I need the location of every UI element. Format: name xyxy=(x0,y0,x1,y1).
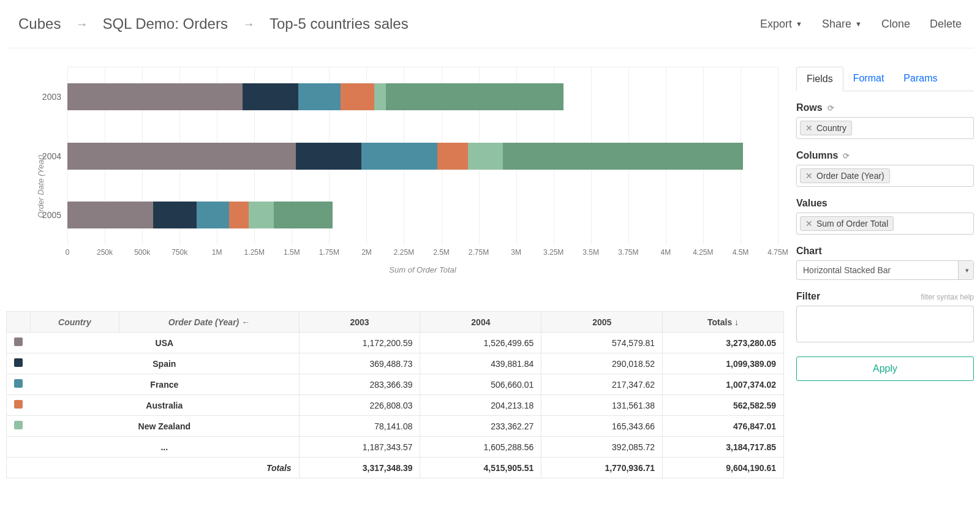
cell-value: 204,213.18 xyxy=(420,395,541,416)
row-swatch xyxy=(7,437,31,458)
remove-icon[interactable]: ✕ xyxy=(805,124,813,132)
row-swatch xyxy=(7,395,31,416)
pivot-table: Country Order Date (Year) ← 2003 2004 20… xyxy=(6,311,784,478)
apply-button[interactable]: Apply xyxy=(796,356,974,381)
filter-input[interactable] xyxy=(796,306,974,342)
xtick: 3.5M xyxy=(582,248,599,257)
chart-row-label: 2005 xyxy=(31,210,61,220)
row-swatch xyxy=(7,416,31,437)
tab-fields[interactable]: Fields xyxy=(796,67,843,91)
cell-value: 506,660.01 xyxy=(420,374,541,395)
rows-box[interactable]: ✕ Country xyxy=(796,117,974,139)
col-2004[interactable]: 2004 xyxy=(420,312,541,333)
xtick: 4.5M xyxy=(733,248,749,257)
cell-total: 3,273,280.05 xyxy=(663,333,784,353)
stacked-bar[interactable] xyxy=(67,143,778,170)
columns-label: Columns ⟳ xyxy=(796,150,974,161)
bar-segment[interactable] xyxy=(341,83,374,110)
xtick: 750k xyxy=(172,248,187,257)
table-row[interactable]: New Zealand78,141.08233,362.27165,343.66… xyxy=(7,416,784,437)
col-2003[interactable]: 2003 xyxy=(299,312,420,333)
share-button[interactable]: Share▼ xyxy=(822,18,862,31)
bar-segment[interactable] xyxy=(229,202,249,228)
breadcrumb-root[interactable]: Cubes xyxy=(18,15,61,32)
cell-value: 226,808.03 xyxy=(299,395,420,416)
totals-label: Totals xyxy=(7,458,300,478)
breadcrumb-cube[interactable]: SQL Demo: Orders xyxy=(102,15,228,32)
bar-segment[interactable] xyxy=(67,83,243,110)
table-row[interactable]: ...1,187,343.571,605,288.56392,085.723,1… xyxy=(7,437,784,458)
cell-value: 290,018.52 xyxy=(541,353,663,374)
cell-value: 439,881.84 xyxy=(420,353,541,374)
bar-segment[interactable] xyxy=(197,202,229,228)
remove-icon[interactable]: ✕ xyxy=(805,172,813,180)
table-row[interactable]: Australia226,808.03204,213.18131,561.385… xyxy=(7,395,784,416)
bar-segment[interactable] xyxy=(243,83,298,110)
rows-label: Rows ⟳ xyxy=(796,102,974,113)
bar-segment[interactable] xyxy=(468,143,503,170)
xtick: 2M xyxy=(361,248,372,257)
breadcrumb: Cubes → SQL Demo: Orders → Top-5 countri… xyxy=(18,15,409,32)
cell-country: USA xyxy=(30,333,299,353)
chart-row: 2005 xyxy=(67,186,778,245)
cell-total: 1,007,374.02 xyxy=(663,374,784,395)
xtick: 1.25M xyxy=(244,248,265,257)
col-country[interactable]: Country xyxy=(30,312,119,333)
cell-total: 3,184,717.85 xyxy=(663,437,784,458)
bar-segment[interactable] xyxy=(153,202,197,228)
refresh-icon[interactable]: ⟳ xyxy=(827,104,834,113)
bar-segment[interactable] xyxy=(386,83,564,110)
bar-segment[interactable] xyxy=(296,143,361,170)
bar-segment[interactable] xyxy=(361,143,437,170)
xtick: 250k xyxy=(97,248,113,257)
bar-segment[interactable] xyxy=(274,202,333,228)
table-row[interactable]: France283,366.39506,660.01217,347.621,00… xyxy=(7,374,784,395)
bar-segment[interactable] xyxy=(374,83,386,110)
filter-label: Filter xyxy=(796,291,820,302)
columns-box[interactable]: ✕ Order Date (Year) xyxy=(796,165,974,187)
tab-format[interactable]: Format xyxy=(843,67,894,91)
values-chip-sum[interactable]: ✕ Sum of Order Total xyxy=(800,216,894,231)
delete-button[interactable]: Delete xyxy=(930,18,962,31)
totals-value: 3,317,348.39 xyxy=(299,458,420,478)
columns-chip-year[interactable]: ✕ Order Date (Year) xyxy=(800,168,890,183)
table-row[interactable]: Spain369,488.73439,881.84290,018.521,099… xyxy=(7,353,784,374)
xtick: 1M xyxy=(212,248,222,257)
remove-icon[interactable]: ✕ xyxy=(805,219,813,228)
arrow-icon: → xyxy=(75,17,88,31)
chart: Order Date (Year) 200320042005 0250k500k… xyxy=(6,67,784,305)
cell-value: 165,343.66 xyxy=(541,416,663,437)
xtick: 3M xyxy=(511,248,521,257)
cell-total: 476,847.01 xyxy=(663,416,784,437)
stacked-bar[interactable] xyxy=(67,202,778,228)
xtick: 2.5M xyxy=(433,248,450,257)
refresh-icon[interactable]: ⟳ xyxy=(843,151,850,160)
filter-help-link[interactable]: filter syntax help xyxy=(921,293,974,301)
rows-chip-country[interactable]: ✕ Country xyxy=(800,121,852,135)
totals-value: 1,770,936.71 xyxy=(541,458,663,478)
chart-type-select[interactable]: Horizontal Stacked Bar ▾ xyxy=(796,260,974,280)
values-box[interactable]: ✕ Sum of Order Total xyxy=(796,213,974,235)
bar-segment[interactable] xyxy=(298,83,341,110)
bar-segment[interactable] xyxy=(249,202,273,228)
stacked-bar[interactable] xyxy=(67,83,778,110)
xtick: 4.75M xyxy=(767,248,788,257)
export-button[interactable]: Export▼ xyxy=(760,18,802,31)
cell-country: France xyxy=(30,374,299,395)
breadcrumb-report[interactable]: Top-5 countries sales xyxy=(270,15,409,32)
cell-country: Australia xyxy=(30,395,299,416)
bar-segment[interactable] xyxy=(503,143,743,170)
bar-segment[interactable] xyxy=(67,143,296,170)
clone-button[interactable]: Clone xyxy=(881,18,910,31)
cell-total: 562,582.59 xyxy=(663,395,784,416)
chart-row-label: 2004 xyxy=(31,151,61,161)
col-2005[interactable]: 2005 xyxy=(541,312,663,333)
config-tabs: Fields Format Params xyxy=(796,67,974,91)
table-row[interactable]: USA1,172,200.591,526,499.65574,579.813,2… xyxy=(7,333,784,353)
cell-value: 217,347.62 xyxy=(541,374,663,395)
tab-params[interactable]: Params xyxy=(894,67,947,91)
bar-segment[interactable] xyxy=(437,143,468,170)
col-year[interactable]: Order Date (Year) ← xyxy=(119,312,299,333)
bar-segment[interactable] xyxy=(67,202,153,228)
col-totals[interactable]: Totals ↓ xyxy=(663,312,784,333)
